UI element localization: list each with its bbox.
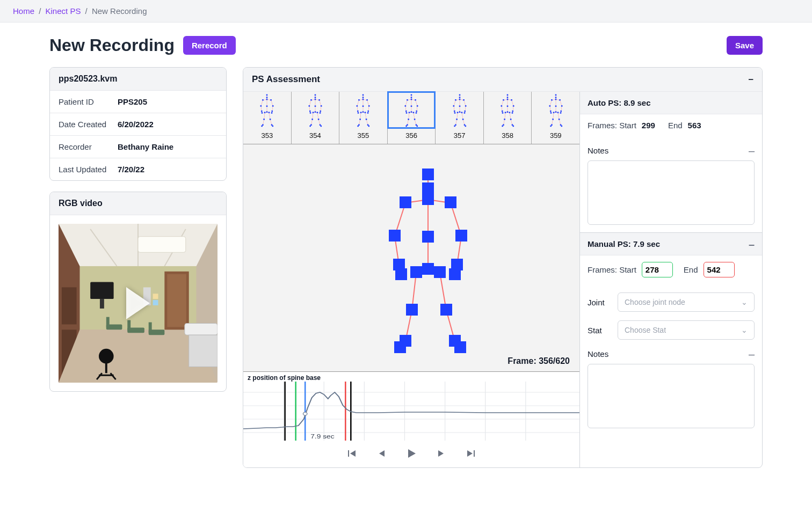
- svg-rect-19: [127, 320, 130, 331]
- video-thumbnail[interactable]: [59, 224, 218, 383]
- page-title: New Recording: [49, 35, 175, 55]
- collapse-icon[interactable]: –: [749, 74, 753, 85]
- manual-end-input[interactable]: [704, 262, 735, 277]
- auto-end-label: End: [668, 121, 683, 130]
- auto-notes-field[interactable]: [588, 160, 755, 225]
- frame-counter: Frame: 356/620: [508, 356, 570, 366]
- joint-select[interactable]: Choose joint node ⌄: [618, 292, 755, 312]
- frame-thumb[interactable]: 354: [292, 92, 340, 144]
- skeleton-canvas[interactable]: Frame: 356/620: [243, 144, 579, 371]
- svg-rect-13: [100, 299, 104, 309]
- svg-rect-15: [189, 335, 218, 367]
- frame-thumb[interactable]: 357: [436, 92, 484, 144]
- crumb-current: New Recording: [92, 6, 147, 16]
- ps-assessment-panel: PS Assessment – 353354355356357358359 Fr…: [243, 67, 763, 468]
- frame-strip: 353354355356357358359: [243, 92, 579, 144]
- chevron-down-icon: ⌄: [741, 298, 748, 306]
- frame-thumb[interactable]: 355: [339, 92, 388, 144]
- svg-rect-7: [62, 287, 77, 324]
- play-icon: [126, 287, 150, 319]
- auto-start-value: 299: [642, 121, 655, 130]
- save-button[interactable]: Save: [727, 36, 763, 55]
- collapse-icon[interactable]: –: [749, 241, 755, 247]
- svg-point-46: [303, 412, 307, 415]
- rgb-video-card: RGB video: [49, 192, 227, 392]
- ps-assessment-title: PS Assessment –: [243, 68, 762, 92]
- svg-rect-11: [167, 274, 186, 327]
- frame-thumb[interactable]: 353: [243, 92, 292, 144]
- svg-rect-21: [149, 323, 152, 333]
- frame-thumb[interactable]: 356: [388, 92, 436, 144]
- skeleton-viewer: 353354355356357358359 Frame: 356/620 z p…: [243, 92, 579, 467]
- play-button[interactable]: [404, 446, 419, 461]
- file-row: Last Updated 7/20/22: [50, 158, 226, 180]
- file-row: Date Created 6/20/2022: [50, 113, 226, 136]
- svg-rect-4: [138, 237, 186, 253]
- auto-end-value: 563: [688, 121, 701, 130]
- frame-number: 354: [309, 128, 321, 144]
- skip-back-button[interactable]: [344, 446, 359, 461]
- manual-end-label: End: [684, 265, 698, 274]
- timeline-plot[interactable]: z position of spine base: [243, 371, 579, 441]
- frame-thumb[interactable]: 358: [484, 92, 532, 144]
- frame-number: 359: [550, 128, 562, 144]
- manual-start-label: Frames: Start: [588, 265, 636, 274]
- manual-notes-field[interactable]: [588, 364, 755, 428]
- auto-ps-title: Auto PS: 8.9 sec: [588, 98, 651, 107]
- rerecord-button[interactable]: Rerecord: [183, 36, 236, 55]
- step-back-button[interactable]: [374, 446, 389, 461]
- frame-number: 355: [358, 128, 369, 144]
- auto-notes-label: Notes: [588, 146, 608, 155]
- breadcrumb: Home / Kinect PS / New Recording: [0, 0, 812, 23]
- svg-rect-14: [185, 323, 218, 335]
- svg-rect-12: [90, 282, 113, 299]
- auto-start-label: Frames: Start: [588, 121, 636, 130]
- plot-title: z position of spine base: [243, 372, 579, 382]
- manual-ps-title: Manual PS: 7.9 sec: [588, 239, 660, 248]
- auto-ps-panel: Auto PS: 8.9 sec Frames: Start 299 End 5…: [580, 92, 762, 233]
- crumb-section[interactable]: Kinect PS: [46, 6, 81, 16]
- plot-duration-label: 7.9 sec: [310, 433, 334, 440]
- step-forward-button[interactable]: [434, 446, 449, 461]
- svg-rect-17: [106, 317, 110, 328]
- frame-thumb[interactable]: 359: [532, 92, 579, 144]
- joint-label: Joint: [588, 298, 611, 307]
- collapse-icon[interactable]: –: [749, 352, 755, 357]
- file-info-card: pps20523.kvm Patient ID PPS205 Date Crea…: [49, 67, 227, 181]
- manual-notes-label: Notes: [588, 349, 608, 358]
- crumb-home[interactable]: Home: [13, 6, 34, 16]
- skip-forward-button[interactable]: [464, 446, 479, 461]
- file-name: pps20523.kvm: [50, 68, 226, 91]
- collapse-icon[interactable]: –: [749, 148, 755, 153]
- stat-label: Stat: [588, 326, 611, 335]
- chevron-down-icon: ⌄: [741, 326, 748, 334]
- rgb-video-title: RGB video: [50, 192, 226, 215]
- frame-number: 357: [454, 128, 466, 144]
- frame-number: 358: [502, 128, 513, 144]
- svg-rect-28: [153, 294, 158, 299]
- frame-number: 353: [261, 128, 273, 144]
- stat-select[interactable]: Choose Stat ⌄: [618, 320, 755, 340]
- file-row: Recorder Bethany Raine: [50, 136, 226, 158]
- manual-ps-panel: Manual PS: 7.9 sec – Frames: Start End: [580, 233, 762, 436]
- file-row: Patient ID PPS205: [50, 91, 226, 113]
- playback-controls: [243, 441, 579, 467]
- svg-rect-29: [153, 300, 158, 305]
- manual-start-input[interactable]: [642, 262, 673, 277]
- analysis-side-panel: Auto PS: 8.9 sec Frames: Start 299 End 5…: [579, 92, 762, 467]
- frame-number: 356: [405, 128, 417, 144]
